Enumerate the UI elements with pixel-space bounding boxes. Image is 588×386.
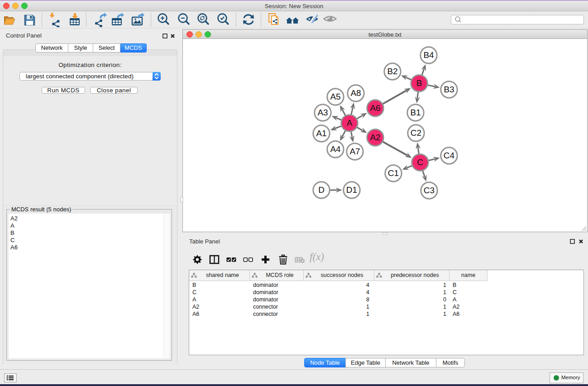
svg-text:B1: B1 (410, 108, 421, 117)
svg-text:B2: B2 (387, 67, 397, 76)
svg-text:A3: A3 (317, 108, 328, 117)
svg-text:C: C (417, 157, 423, 167)
svg-text:A1: A1 (316, 129, 326, 138)
svg-text:B3: B3 (444, 85, 454, 94)
svg-text:A5: A5 (330, 92, 340, 101)
svg-text:A2: A2 (370, 133, 380, 142)
svg-text:C3: C3 (424, 186, 435, 195)
svg-text:B: B (416, 78, 422, 88)
svg-text:A7: A7 (349, 147, 360, 156)
svg-text:A: A (347, 118, 353, 128)
svg-text:D1: D1 (346, 185, 357, 195)
svg-text:A8: A8 (350, 88, 361, 98)
svg-text:B4: B4 (423, 50, 434, 60)
svg-text:C1: C1 (388, 168, 399, 178)
svg-text:A6: A6 (370, 103, 380, 113)
svg-text:A4: A4 (330, 144, 341, 154)
svg-text:C2: C2 (411, 128, 421, 138)
svg-text:C4: C4 (444, 151, 455, 160)
svg-text:D: D (318, 185, 325, 195)
